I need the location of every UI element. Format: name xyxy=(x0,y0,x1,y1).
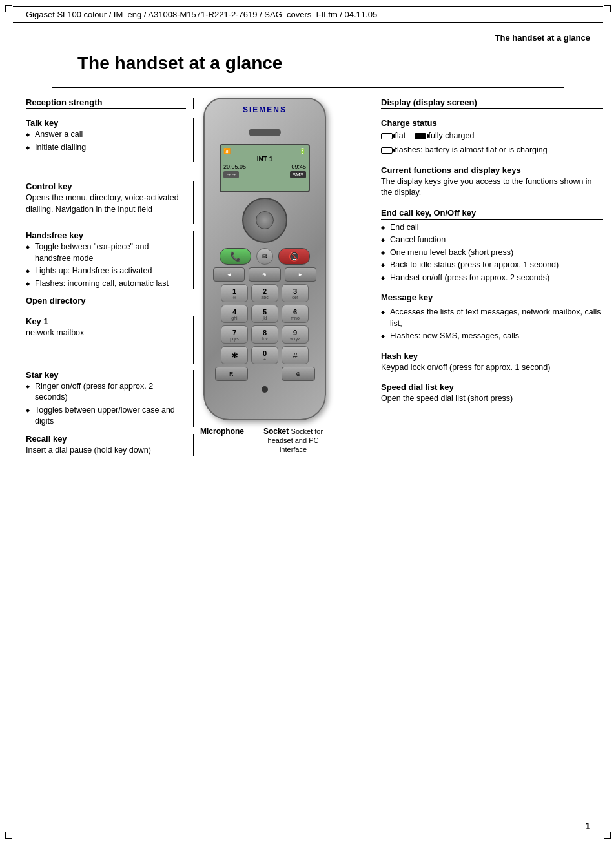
message-key-label: Message key xyxy=(381,293,603,304)
end-call-bullet-3: One menu level back (short press) xyxy=(381,247,603,259)
func-key-2: ⊕ xyxy=(249,267,280,282)
microphone-dot xyxy=(262,386,268,393)
battery-icon: 🔋 xyxy=(299,148,306,154)
star-bullet-2: Toggles between upper/lower case and dig… xyxy=(26,405,186,427)
talk-end-keys: 📞 ✉ 📵 xyxy=(220,248,310,265)
current-functions-label: Current functions and display keys xyxy=(381,165,603,175)
page-number: 1 xyxy=(585,821,590,831)
message-key-section: Message key Accesses the lists of text m… xyxy=(381,293,603,342)
phone-image: SIEMENS 📶 🔋 INT 1 20.05.05 09:45 xyxy=(194,98,336,454)
open-dir-section: Open directory xyxy=(26,296,194,307)
display-inner: 📶 🔋 INT 1 20.05.05 09:45 →→ SMS xyxy=(221,145,309,191)
display-bottom: →→ SMS xyxy=(223,171,306,178)
message-key-bullets: Accesses the lists of text messages, net… xyxy=(381,307,603,342)
star-key-label: Star key xyxy=(26,370,186,380)
key-9: 9wxyz xyxy=(282,325,309,344)
charge-status-label: Charge status xyxy=(381,118,603,128)
hash-key-text: Keypad lock on/off (press for approx. 1 … xyxy=(381,362,603,374)
key-2: 2abc xyxy=(251,284,278,302)
end-key-btn: 📵 xyxy=(278,248,310,265)
phone-bottom-labels: Microphone Socket Socket for headset and… xyxy=(194,427,336,454)
right-column: Display (display screen) Charge status f… xyxy=(362,98,603,414)
key1-label: Key 1 xyxy=(26,316,186,326)
key1-section: Key 1 network mailbox xyxy=(26,316,194,364)
speed-dial-text: Open the speed dial list (short press) xyxy=(381,393,603,405)
charge-flash-text: flashes: battery is almost flat or is ch… xyxy=(381,145,603,156)
key-hash: # xyxy=(282,346,309,364)
talk-key-label: Talk key xyxy=(26,118,186,128)
current-functions-text: The display keys give you access to the … xyxy=(381,176,603,199)
phone-body: SIEMENS 📶 🔋 INT 1 20.05.05 09:45 xyxy=(203,98,326,420)
left-column: Reception strength Talk key Answer a cal… xyxy=(13,98,194,462)
end-call-label: End call key, On/Off key xyxy=(381,208,603,220)
battery-flat-icon xyxy=(381,133,393,139)
star-key-bullets: Ringer on/off (press for approx. 2 secon… xyxy=(26,381,186,427)
speed-dial-section: Speed dial list key Open the speed dial … xyxy=(381,382,603,405)
handsfree-bullets: Toggle between "ear-piece" and handsfree… xyxy=(26,242,186,289)
display-time-row: 20.05.05 09:45 xyxy=(223,163,306,170)
corner-br xyxy=(604,832,611,839)
socket-section: Socket Socket for headset and PC interfa… xyxy=(257,427,329,454)
call-icon: 📞 xyxy=(230,251,241,262)
phone-area: SIEMENS 📶 🔋 INT 1 20.05.05 09:45 xyxy=(194,98,362,454)
end-call-bullet-2: Cancel function xyxy=(381,234,603,246)
control-key-text: Opens the menu, directory, voice-activat… xyxy=(26,192,186,215)
corner-bl xyxy=(5,832,12,839)
keypad-row-1: 1∞ 2abc 3def xyxy=(215,284,315,302)
func-key-3: ► xyxy=(285,267,316,282)
end-call-bullet-4: Back to idle status (press for approx. 1… xyxy=(381,260,603,271)
func-key-1: ◄ xyxy=(213,267,245,282)
signal-icon: 📶 xyxy=(223,148,231,154)
fully-charged-label: fully charged xyxy=(429,131,475,140)
end-call-bullet-1: End call xyxy=(381,222,603,234)
hash-key-section: Hash key Keypad lock on/off (press for a… xyxy=(381,351,603,374)
page-title: The handset at a glance xyxy=(52,46,564,88)
key-7: 7pqrs xyxy=(221,325,248,344)
middle-key: ✉ xyxy=(256,248,273,265)
msg-bullet-2: Flashes: new SMS, messages, calls xyxy=(381,331,603,342)
keypad-row-2: 4ghi 5jkl 6mno xyxy=(215,305,315,323)
battery-full-icon xyxy=(415,133,426,139)
handsfree-label: Handsfree key xyxy=(26,231,186,240)
microphone-section: Microphone xyxy=(200,427,244,454)
handsfree-bullet-2: Lights up: Handsfree is activated xyxy=(26,265,186,277)
keypad-row-3: 7pqrs 8tuv 9wxyz xyxy=(215,325,315,344)
end-icon: 📵 xyxy=(289,251,300,262)
key-4: 4ghi xyxy=(221,305,248,323)
display-date: 20.05.05 xyxy=(223,163,246,170)
display-int: INT 1 xyxy=(223,156,306,163)
recall-key-text: Insert a dial pause (hold key down) xyxy=(26,445,186,457)
microphone-label: Microphone xyxy=(200,427,244,436)
flat-label: flat xyxy=(395,131,406,140)
handsfree-section: Handsfree key Toggle between "ear-piece"… xyxy=(26,231,194,289)
side-key-r: R xyxy=(215,367,249,381)
phone-display: 📶 🔋 INT 1 20.05.05 09:45 →→ SMS xyxy=(220,144,310,192)
charge-status-text: flat fully charged xyxy=(381,129,603,142)
socket-label: Socket Socket for headset and PC interfa… xyxy=(257,427,329,454)
corner-tl xyxy=(5,5,12,12)
recall-key-label: Recall key xyxy=(26,434,186,444)
header-text: Gigaset SL100 colour / IM_eng / A31008-M… xyxy=(26,10,377,19)
key-0: 0+ xyxy=(251,346,278,364)
handsfree-bullet-3: Flashes: incoming call, automatic last xyxy=(26,278,186,290)
star-bullet-1: Ringer on/off (press for approx. 2 secon… xyxy=(26,381,186,404)
charge-status-section: Charge status flat fully charged flashes… xyxy=(381,118,603,156)
key-1: 1∞ xyxy=(221,284,248,302)
msg-bullet-1: Accesses the lists of text messages, net… xyxy=(381,307,603,329)
display-time: 09:45 xyxy=(291,163,306,170)
sms-button: SMS xyxy=(290,171,306,178)
display-section: Display (display screen) xyxy=(381,98,603,109)
end-call-bullets: End call Cancel function One menu level … xyxy=(381,222,603,284)
key1-text: network mailbox xyxy=(26,327,186,339)
reception-section: Reception strength xyxy=(26,98,194,109)
hash-key-label: Hash key xyxy=(381,351,603,361)
corner-tr xyxy=(604,5,611,12)
phone-speaker xyxy=(249,129,281,136)
current-functions-section: Current functions and display keys The d… xyxy=(381,165,603,199)
brand-text: SIEMENS xyxy=(205,105,325,114)
keypad-row-4: ✱ 0+ # xyxy=(215,346,315,364)
speed-dial-label: Speed dial list key xyxy=(381,382,603,392)
end-call-bullet-5: Handset on/off (press for approx. 2 seco… xyxy=(381,273,603,284)
recall-key-section: Recall key Insert a dial pause (hold key… xyxy=(26,434,194,457)
key-star: ✱ xyxy=(221,346,248,364)
